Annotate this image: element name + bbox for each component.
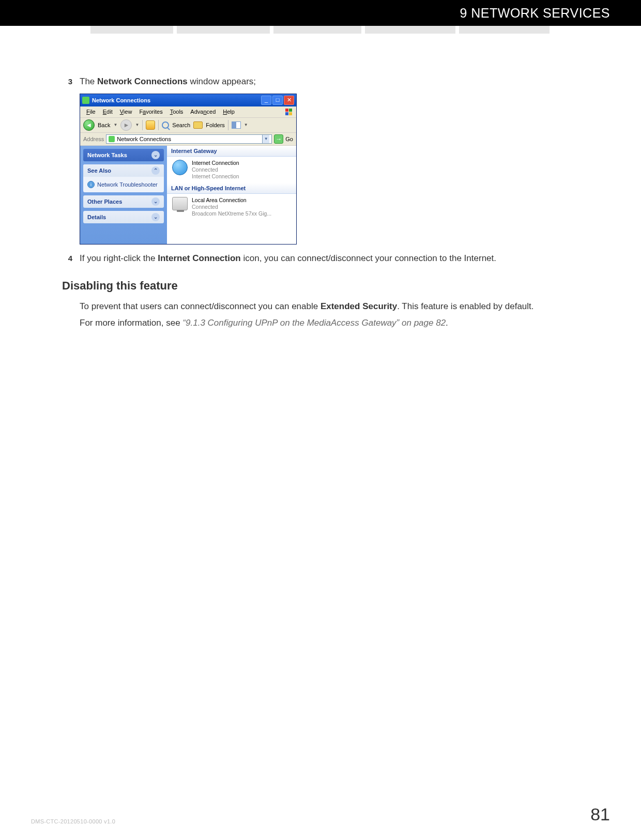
- search-icon[interactable]: [162, 121, 169, 129]
- tab-placeholder: [177, 26, 270, 34]
- menu-file[interactable]: File: [83, 108, 99, 115]
- collapse-icon[interactable]: ⌄: [151, 151, 160, 159]
- address-bar: Address Network Connections ▼ → Go: [80, 133, 296, 146]
- text: . This feature is enabled by default.: [397, 301, 533, 311]
- item-status: Connected: [192, 166, 239, 173]
- panel-body: i Network Troubleshooter: [83, 177, 164, 192]
- address-input[interactable]: Network Connections ▼: [106, 134, 272, 144]
- back-dropdown-icon[interactable]: ▼: [113, 123, 117, 127]
- panel-details: Details ⌄: [83, 211, 164, 223]
- separator: [158, 120, 159, 130]
- window: Network Connections _ □ ✕ File Edit View…: [80, 94, 297, 245]
- search-label: Search: [172, 122, 190, 128]
- panel-other-places: Other Places ⌄: [83, 195, 164, 208]
- window-buttons: _ □ ✕: [261, 96, 294, 105]
- panel-header[interactable]: Network Tasks ⌄: [83, 149, 164, 161]
- forward-dropdown-icon[interactable]: ▼: [135, 123, 139, 127]
- bold-text: Internet Connection: [158, 253, 241, 263]
- tab-placeholder: [459, 26, 550, 34]
- step-3: 3 The Network Connections window appears…: [62, 75, 610, 88]
- folders-label: Folders: [206, 122, 225, 128]
- item-lan-connection[interactable]: Local Area Connection Connected Broadcom…: [167, 194, 296, 220]
- separator: [142, 120, 143, 130]
- menu-tools[interactable]: Tools: [167, 108, 187, 115]
- item-text: Local Area Connection Connected Broadcom…: [192, 197, 271, 217]
- paragraph: For more information, see “9.1.3 Configu…: [80, 316, 610, 330]
- page-content: 3 The Network Connections window appears…: [62, 75, 610, 333]
- link-network-troubleshooter[interactable]: i Network Troubleshooter: [87, 180, 160, 189]
- menu-advanced[interactable]: Advanced: [187, 108, 219, 115]
- paragraph: To prevent that users can connect/discon…: [80, 300, 610, 313]
- step-text: The Network Connections window appears;: [80, 75, 610, 88]
- menu-help[interactable]: Help: [220, 108, 238, 115]
- page-number: 81: [590, 804, 610, 824]
- page-footer: DMS-CTC-20120510-0000 v1.0 81: [31, 804, 610, 824]
- tab-placeholder: [273, 26, 361, 34]
- subheading-disabling: Disabling this feature: [62, 279, 610, 293]
- info-icon: i: [87, 181, 95, 188]
- views-dropdown-icon[interactable]: ▼: [244, 123, 248, 127]
- item-status: Connected: [192, 204, 271, 210]
- main-pane: Internet Gateway Internet Connection Con…: [167, 146, 296, 244]
- menu-edit[interactable]: Edit: [100, 108, 116, 115]
- category-lan: LAN or High-Speed Internet: [167, 183, 296, 194]
- screenshot-network-connections: Network Connections _ □ ✕ File Edit View…: [80, 94, 610, 245]
- cross-reference-link[interactable]: “9.1.3 Configuring UPnP on the MediaAcce…: [182, 318, 446, 328]
- item-internet-connection[interactable]: Internet Connection Connected Internet C…: [167, 157, 296, 183]
- panel-header[interactable]: Other Places ⌄: [83, 195, 164, 208]
- address-dropdown-icon[interactable]: ▼: [262, 135, 269, 143]
- collapse-icon[interactable]: ⌃: [151, 166, 160, 175]
- document-id: DMS-CTC-20120510-0000 v1.0: [31, 818, 115, 824]
- tab-strip: [0, 26, 641, 43]
- text: icon, you can connect/disconnect your co…: [241, 253, 496, 263]
- step-number: 3: [62, 75, 72, 88]
- app-icon: [82, 97, 89, 104]
- address-icon: [109, 136, 115, 142]
- minimize-button[interactable]: _: [261, 96, 271, 105]
- bold-text: Network Connections: [97, 77, 188, 86]
- back-label: Back: [98, 122, 110, 128]
- windows-flag-icon: [284, 108, 293, 116]
- folders-icon[interactable]: [193, 121, 203, 129]
- back-button[interactable]: ◄: [83, 119, 95, 131]
- tasks-pane: Network Tasks ⌄ See Also ⌃ i Network: [80, 146, 167, 244]
- item-text: Internet Connection Connected Internet C…: [192, 160, 239, 180]
- tab-placeholder: [90, 26, 173, 34]
- link-text: Network Troubleshooter: [97, 181, 158, 188]
- go-button[interactable]: →: [274, 134, 283, 144]
- window-titlebar: Network Connections _ □ ✕: [80, 94, 296, 106]
- menu-favorites[interactable]: Favorites: [136, 108, 165, 115]
- panel-title: Network Tasks: [87, 152, 127, 158]
- maximize-button[interactable]: □: [272, 96, 283, 105]
- go-label: Go: [285, 136, 293, 142]
- toolbar: ◄ Back ▼ ► ▼ Search Folders ▼: [80, 118, 296, 133]
- panel-title: Details: [87, 214, 106, 220]
- text: To prevent that users can connect/discon…: [80, 301, 320, 311]
- text: window appears;: [188, 77, 256, 86]
- separator: [228, 120, 228, 130]
- step-4: 4 If you right-click the Internet Connec…: [62, 252, 610, 265]
- text: For more information, see: [80, 318, 182, 328]
- bold-text: Extended Security: [320, 301, 397, 311]
- panel-title: See Also: [87, 167, 111, 174]
- panel-header[interactable]: See Also ⌃: [83, 164, 164, 177]
- panel-see-also: See Also ⌃ i Network Troubleshooter: [83, 164, 164, 192]
- item-title: Internet Connection: [192, 160, 239, 166]
- views-button[interactable]: [232, 121, 241, 129]
- panel-network-tasks: Network Tasks ⌄: [83, 149, 164, 161]
- text: The: [80, 77, 97, 86]
- step-text: If you right-click the Internet Connecti…: [80, 252, 610, 265]
- text: .: [446, 318, 448, 328]
- address-value: Network Connections: [117, 136, 171, 142]
- item-via: Internet Connection: [192, 173, 239, 180]
- tab-placeholder: [365, 26, 455, 34]
- forward-button[interactable]: ►: [120, 119, 132, 131]
- up-button[interactable]: [146, 120, 155, 130]
- menu-view[interactable]: View: [117, 108, 135, 115]
- address-label: Address: [83, 136, 104, 142]
- window-body: Network Tasks ⌄ See Also ⌃ i Network: [80, 146, 296, 244]
- close-button[interactable]: ✕: [284, 96, 294, 105]
- expand-icon[interactable]: ⌄: [151, 213, 160, 221]
- expand-icon[interactable]: ⌄: [151, 197, 160, 206]
- panel-header[interactable]: Details ⌄: [83, 211, 164, 223]
